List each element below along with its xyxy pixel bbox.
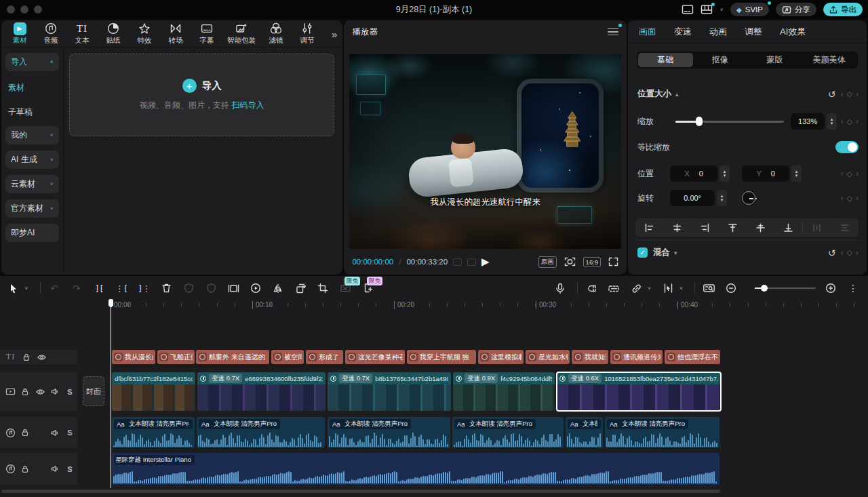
text-clip-0[interactable]: 我从漫长的超	[112, 350, 155, 364]
video-preview[interactable]: 我从漫长的超光速航行中醒来	[349, 54, 621, 249]
sidebar-item-1[interactable]: 素材	[5, 77, 59, 102]
eye-icon[interactable]	[33, 388, 47, 396]
inspector-subtab-2[interactable]: 蒙版	[747, 53, 802, 67]
collapse-icon[interactable]: ▴	[675, 91, 679, 98]
lock-icon[interactable]	[18, 464, 33, 474]
voice-clip-4[interactable]: Aa文本朗	[566, 417, 603, 448]
timeline-zoom-slider[interactable]	[755, 287, 816, 290]
layout-dropdown-chevron[interactable]: ∨	[719, 7, 724, 12]
text-clip-11[interactable]: 他也漂浮在不远处	[665, 350, 720, 364]
traffic-light-minimize[interactable]	[20, 5, 28, 14]
scale-value[interactable]: 133%	[791, 113, 825, 130]
voice-clip-5[interactable]: Aa文本朗读 清亮男声Pro	[605, 417, 719, 448]
quality-button[interactable]: 原画	[538, 256, 557, 268]
media-tab-6[interactable]: 字幕	[191, 22, 222, 45]
keyframe-controls[interactable]: ‹◇›	[841, 193, 859, 203]
preview-zoom-icon[interactable]	[564, 256, 576, 267]
lock-icon[interactable]	[18, 353, 34, 362]
export-button[interactable]: 导出	[823, 3, 863, 16]
mute-icon[interactable]	[47, 387, 62, 396]
position-y-field[interactable]: Y0	[742, 165, 789, 182]
distribute-horizontal-icon[interactable]	[803, 223, 831, 233]
record-voiceover-icon[interactable]	[553, 281, 567, 295]
align-bottom-icon[interactable]	[774, 223, 802, 233]
select-tool-dropdown[interactable]: ∨	[23, 281, 30, 295]
video-clip-3[interactable]: 变速 0.9Xf4c92945b064ddf5	[453, 372, 555, 411]
align-middle-vertical-icon[interactable]	[747, 223, 774, 233]
media-tab-9[interactable]: 调节	[292, 22, 323, 45]
scale-slider[interactable]	[675, 121, 784, 123]
reverse-icon[interactable]	[226, 281, 240, 295]
text-clip-4[interactable]: 形成了	[306, 350, 343, 364]
distribute-vertical-icon[interactable]	[831, 223, 859, 233]
link-preview-icon[interactable]	[629, 281, 643, 295]
voice-clip-0[interactable]: Aa文本朗读 清亮男声Pro	[112, 417, 195, 448]
fullscreen-icon[interactable]	[608, 257, 618, 266]
aspect-ratio-button[interactable]: 16:9	[583, 257, 601, 267]
position-x-field[interactable]: X0	[670, 165, 717, 182]
position-x-stepper[interactable]: ▴▾	[719, 165, 730, 182]
align-center-horizontal-icon[interactable]	[663, 223, 691, 233]
speed-icon[interactable]	[249, 281, 262, 295]
mute-icon[interactable]	[47, 464, 62, 473]
video-clip-0[interactable]: dfbcf631b77c2f182e8415cd9	[112, 372, 195, 411]
sidebar-item-6[interactable]: 官方素材∨	[5, 199, 59, 218]
select-tool-icon[interactable]	[7, 281, 20, 295]
smart-caption-icon[interactable]: 限免	[338, 281, 352, 295]
play-button[interactable]: ▶	[481, 256, 490, 268]
solo-button[interactable]: S	[62, 388, 77, 396]
more-options-icon[interactable]: ⋮	[846, 281, 860, 295]
sidebar-item-4[interactable]: AI 生成∨	[5, 151, 59, 169]
align-right-icon[interactable]	[691, 223, 719, 233]
media-tab-7[interactable]: 智能包装	[222, 22, 260, 45]
panel-layout-icon[interactable]	[682, 4, 694, 15]
inspector-subtab-1[interactable]: 抠像	[693, 53, 747, 67]
delete-icon[interactable]	[159, 281, 173, 295]
solo-button[interactable]: S	[62, 465, 77, 473]
text-clip-8[interactable]: 星光如水银般倾泻	[526, 350, 570, 364]
voice-clip-3[interactable]: Aa文本朗读 清亮男声Pro	[452, 417, 564, 448]
timeline-settings-icon[interactable]	[702, 281, 715, 295]
solo-button[interactable]: S	[62, 429, 77, 437]
share-button[interactable]: 分享	[776, 3, 816, 16]
media-tab-4[interactable]: 特效	[129, 22, 160, 45]
shield-icon[interactable]	[204, 281, 218, 295]
zoom-out-icon[interactable]	[724, 281, 738, 295]
video-clip-2[interactable]: 变速 0.7Xb8b13765c3447b2b1a490	[328, 372, 451, 411]
snap-magnet-icon[interactable]	[585, 281, 598, 295]
text-clip-6[interactable]: 我穿上宇航服 独	[407, 350, 476, 364]
text-clip-9[interactable]: 我就知道	[572, 350, 608, 364]
media-tab-1[interactable]: 音频	[35, 22, 66, 45]
blend-checkbox[interactable]: ✓	[637, 247, 648, 258]
preview-axis-icon[interactable]	[661, 281, 675, 295]
zoom-in-icon[interactable]	[824, 281, 837, 295]
rotation-field[interactable]: 0.00°	[670, 190, 715, 206]
media-tab-2[interactable]: TI文本	[66, 22, 98, 45]
mute-icon[interactable]	[47, 429, 62, 437]
uniform-scale-toggle[interactable]	[835, 141, 859, 153]
rotate-icon[interactable]	[294, 281, 307, 295]
frame-view-icon[interactable]	[453, 258, 462, 266]
media-tab-3[interactable]: 贴纸	[98, 22, 129, 45]
timeline-ruler[interactable]: 00:0000:1000:2000:3000:40	[0, 300, 868, 310]
split-icon[interactable]: ][	[92, 281, 106, 295]
inspector-tab-3[interactable]: 调整	[745, 26, 762, 38]
caption-insert-icon[interactable]: 限免	[361, 281, 374, 295]
undo-icon[interactable]: ↶	[47, 281, 61, 295]
sidebar-item-0[interactable]: 导入∧	[5, 53, 59, 71]
blend-dropdown-icon[interactable]: ▾	[674, 250, 677, 256]
frame-view-icon[interactable]	[467, 258, 476, 266]
auto-snap-icon[interactable]	[607, 281, 620, 295]
sidebar-item-2[interactable]: 子草稿	[5, 102, 59, 126]
text-clip-2[interactable]: 舷窗外 来自遥远的	[196, 350, 269, 364]
sidebar-item-7[interactable]: 即梦AI	[5, 224, 59, 242]
text-clip-10[interactable]: 通讯频道传来好	[610, 350, 663, 364]
rotation-stepper[interactable]: ▴▾	[717, 190, 727, 206]
link-dropdown[interactable]: ∨	[646, 281, 652, 295]
sidebar-item-5[interactable]: 云素材∨	[5, 175, 59, 193]
mirror-icon[interactable]	[271, 281, 285, 295]
traffic-light-close[interactable]	[7, 5, 15, 14]
preview-axis-dropdown[interactable]: ∨	[678, 281, 684, 295]
delete-right-icon[interactable]: ]⋮	[137, 281, 151, 295]
inspector-subtab-3[interactable]: 美颜美体	[802, 53, 856, 67]
